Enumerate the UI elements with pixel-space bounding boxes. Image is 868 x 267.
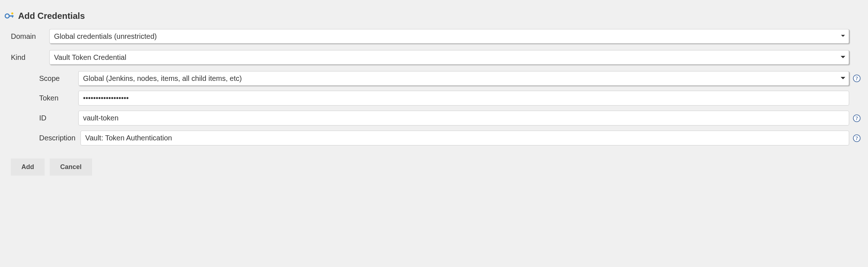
page-title: Add Credentials [18, 11, 85, 21]
help-icon[interactable]: ? [853, 74, 861, 82]
svg-text:?: ? [856, 136, 858, 141]
token-input[interactable] [78, 91, 849, 106]
key-icon [4, 11, 15, 21]
label-kind: Kind [4, 53, 44, 62]
label-scope: Scope [4, 74, 73, 83]
label-domain: Domain [4, 32, 44, 41]
row-kind: Kind Vault Token Credential [4, 50, 861, 65]
page-header: Add Credentials [4, 11, 861, 21]
id-input[interactable] [78, 111, 849, 126]
row-id: ID ? [4, 111, 861, 126]
scope-select[interactable]: Global (Jenkins, nodes, items, all child… [78, 71, 849, 86]
row-scope: Scope Global (Jenkins, nodes, items, all… [4, 71, 861, 86]
cancel-button[interactable]: Cancel [50, 159, 92, 176]
svg-point-3 [11, 12, 13, 15]
label-description: Description [4, 134, 75, 142]
help-icon[interactable]: ? [853, 134, 861, 142]
svg-text:?: ? [856, 116, 858, 121]
svg-point-0 [5, 14, 9, 18]
domain-select[interactable]: Global credentials (unrestricted) [49, 29, 849, 44]
label-token: Token [4, 94, 73, 102]
svg-rect-2 [12, 15, 13, 17]
row-domain: Domain Global credentials (unrestricted) [4, 29, 861, 44]
svg-text:?: ? [856, 76, 858, 81]
row-description: Description ? [4, 131, 861, 145]
help-icon[interactable]: ? [853, 114, 861, 122]
add-button[interactable]: Add [11, 159, 45, 176]
row-token: Token [4, 91, 861, 106]
kind-select[interactable]: Vault Token Credential [49, 50, 849, 65]
label-id: ID [4, 114, 73, 122]
description-input[interactable] [80, 131, 849, 145]
button-row: Add Cancel [4, 159, 861, 176]
